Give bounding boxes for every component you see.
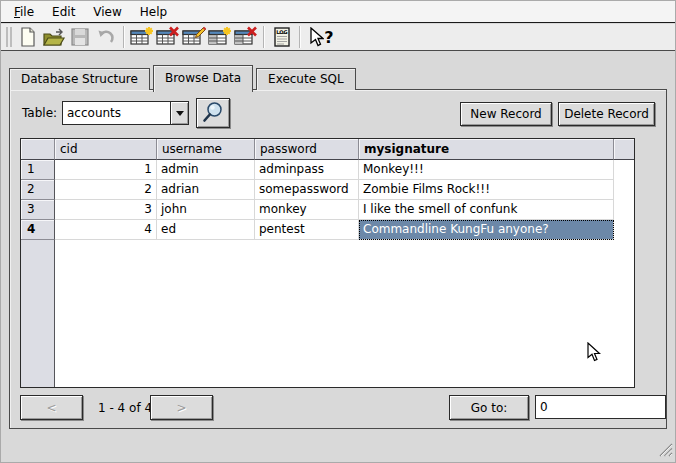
table-select[interactable]: accounts [62,101,189,125]
chevron-down-icon [176,111,184,116]
cell-password[interactable]: monkey [255,200,359,220]
cell-mysignature-selected[interactable]: Commandline KungFu anyone? [359,220,614,240]
tab-browse-data[interactable]: Browse Data [153,65,253,92]
table-label: Table: [22,106,57,120]
save-disk-icon [69,26,91,48]
toolbar-drag-handle[interactable] [6,27,12,47]
create-table-icon [130,26,154,48]
cell-password[interactable]: adminpass [255,160,359,180]
delete-record-button[interactable]: Delete Record [558,102,655,126]
record-range-label: 1 - 4 of 4 [98,401,152,415]
resize-grip-icon[interactable] [659,443,673,460]
cell-password[interactable]: somepassword [255,180,359,200]
cell-username[interactable]: ed [157,220,255,240]
table-row[interactable]: 4 4 ed pentest Commandline KungFu anyone… [21,220,634,240]
create-table-button[interactable] [129,25,155,49]
menu-edit[interactable]: Edit [43,3,84,21]
cell-mysignature[interactable]: I like the smell of confunk [359,200,614,220]
column-header-filler [614,139,634,160]
column-header-cid[interactable]: cid [55,139,157,160]
cell-username[interactable]: adrian [157,180,255,200]
menu-view[interactable]: View [84,3,130,21]
cell-cid[interactable]: 4 [55,220,157,240]
table-row[interactable]: 2 2 adrian somepassword Zombie Films Roc… [21,180,634,200]
find-button[interactable] [196,98,230,128]
menu-file[interactable]: File [5,3,43,21]
save-database-button[interactable] [67,25,93,49]
combo-dropdown-button[interactable] [170,102,188,124]
modify-table-button[interactable] [181,25,207,49]
log-button[interactable]: LOG [269,25,295,49]
next-page-button[interactable]: > [150,395,213,420]
tab-execute-sql[interactable]: Execute SQL [256,68,356,90]
table-row[interactable]: 3 3 john monkey I like the smell of conf… [21,200,634,220]
undo-arrow-icon [95,26,117,48]
revert-changes-button[interactable] [93,25,119,49]
delete-table-button[interactable] [155,25,181,49]
tab-bar: Database Structure Browse Data Execute S… [9,63,359,90]
cell-mysignature[interactable]: Monkey!!! [359,160,614,180]
mouse-cursor [587,342,601,366]
open-folder-icon [42,26,66,48]
table-select-value: accounts [63,106,170,120]
row-number-cell[interactable]: 1 [21,160,55,180]
goto-button[interactable]: Go to: [449,395,529,420]
menu-help[interactable]: Help [131,3,176,21]
goto-record-input[interactable] [535,395,666,419]
toolbar: LOG ? [1,24,675,51]
cell-cid[interactable]: 2 [55,180,157,200]
delete-index-button[interactable] [233,25,259,49]
column-header-password[interactable]: password [255,139,359,160]
whats-this-icon: ? [310,27,333,47]
column-header-username[interactable]: username [157,139,255,160]
toolbar-separator [263,26,265,48]
app-window: File Edit View Help [0,0,676,463]
toolbar-separator [299,26,301,48]
cell-cid[interactable]: 3 [55,200,157,220]
cell-cid[interactable]: 1 [55,160,157,180]
delete-table-icon [156,26,180,48]
new-record-button[interactable]: New Record [460,102,552,126]
column-header-mysignature[interactable]: mysignature [359,139,614,160]
cell-username[interactable]: john [157,200,255,220]
corner-header-cell[interactable] [21,139,55,160]
new-database-button[interactable] [15,25,41,49]
records-table[interactable]: cid username password mysignature 1 1 ad… [20,138,635,388]
row-number-cell[interactable]: 3 [21,200,55,220]
create-index-icon [208,26,232,48]
tab-database-structure[interactable]: Database Structure [9,68,150,90]
table-header-row: cid username password mysignature [21,139,634,160]
create-index-button[interactable] [207,25,233,49]
table-row[interactable]: 1 1 admin adminpass Monkey!!! [21,160,634,180]
whats-this-button[interactable]: ? [305,25,339,49]
row-number-cell[interactable]: 2 [21,180,55,200]
previous-page-button[interactable]: < [20,395,83,420]
log-icon: LOG [271,26,293,48]
magnifier-icon [201,100,225,127]
menu-bar: File Edit View Help [1,1,675,23]
open-database-button[interactable] [41,25,67,49]
toolbar-separator [123,26,125,48]
modify-table-icon [182,26,206,48]
cell-password[interactable]: pentest [255,220,359,240]
row-number-cell[interactable]: 4 [21,220,55,240]
delete-index-icon [234,26,258,48]
svg-text:LOG: LOG [276,29,287,35]
new-file-icon [17,26,39,48]
cell-mysignature[interactable]: Zombie Films Rock!!! [359,180,614,200]
cell-username[interactable]: admin [157,160,255,180]
browse-data-panel: Table: accounts New Record Delete Record [9,89,667,429]
